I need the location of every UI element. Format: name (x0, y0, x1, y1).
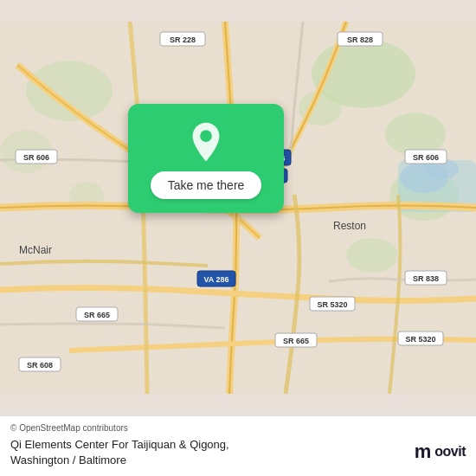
moovit-letter: m (415, 441, 432, 463)
svg-text:Reston: Reston (333, 220, 366, 232)
svg-text:SR 606: SR 606 (23, 153, 49, 162)
location-region: Washington / Baltimore (10, 453, 126, 466)
pin-popup: Take me there (128, 104, 284, 213)
svg-point-40 (200, 130, 212, 142)
svg-text:SR 665: SR 665 (84, 311, 110, 319)
location-row: Qi Elements Center For Taijiquan & Qigon… (10, 436, 466, 467)
svg-text:SR 606: SR 606 (413, 153, 439, 162)
svg-point-6 (26, 61, 113, 121)
map-background: SR 228 SR 828 SR 606 SR 606 286 56 Resto… (0, 0, 476, 415)
map-area: SR 228 SR 828 SR 606 SR 606 286 56 Resto… (0, 0, 476, 415)
take-me-there-button[interactable]: Take me there (151, 171, 262, 199)
location-pin-icon (185, 121, 227, 163)
svg-point-4 (346, 238, 398, 273)
svg-text:SR 5320: SR 5320 (317, 300, 347, 309)
location-info: Qi Elements Center For Taijiquan & Qigon… (10, 436, 229, 467)
svg-text:VA 286: VA 286 (203, 275, 228, 284)
svg-text:SR 5320: SR 5320 (405, 335, 435, 344)
svg-text:SR 838: SR 838 (413, 274, 439, 283)
bottom-bar: © OpenStreetMap contributors Qi Elements… (0, 415, 476, 476)
svg-text:SR 228: SR 228 (170, 35, 196, 44)
location-name: Qi Elements Center For Taijiquan & Qigon… (10, 438, 229, 451)
osm-credit-text: © OpenStreetMap contributors (10, 423, 128, 433)
moovit-wordmark: oovit (434, 444, 466, 460)
svg-text:McNair: McNair (19, 244, 52, 256)
svg-text:SR 665: SR 665 (283, 337, 309, 345)
app-container: SR 228 SR 828 SR 606 SR 606 286 56 Resto… (0, 0, 476, 476)
svg-text:SR 828: SR 828 (347, 35, 373, 44)
svg-text:SR 608: SR 608 (27, 361, 53, 370)
osm-credit: © OpenStreetMap contributors (10, 423, 466, 433)
moovit-logo: m oovit (415, 441, 466, 463)
